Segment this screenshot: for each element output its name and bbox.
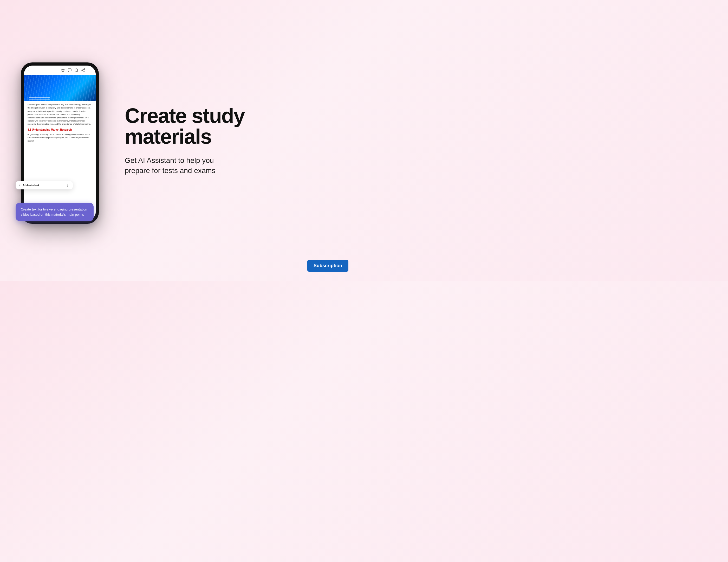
svg-point-2 (84, 68, 85, 69)
svg-line-1 (77, 71, 78, 72)
main-headline: Create study materials (125, 105, 343, 147)
subscription-label: Subscription (314, 263, 342, 268)
ai-bar-close-icon[interactable]: × (19, 183, 21, 187)
phone-device: ← ⋮ (21, 62, 99, 224)
ai-bubble-text: Create text for twelve engaging presenta… (21, 207, 88, 217)
ai-bar-more-icon[interactable]: ⋮ (66, 183, 70, 187)
comment-icon (68, 68, 72, 73)
section-heading: 8.1 Understanding Market Research (28, 128, 92, 132)
ai-assistant-label: AI Assistant (23, 184, 64, 187)
sub-headline: Get AI Assistant to help you prepare for… (125, 155, 343, 176)
svg-point-0 (75, 69, 78, 72)
svg-line-6 (83, 69, 84, 70)
topbar-icons: ⋮ (61, 68, 92, 73)
market-research-body: of gathering, analyzing, out a market, i… (28, 133, 92, 142)
ai-assistant-bubble: Create text for twelve engaging presenta… (16, 203, 94, 221)
phone-screen: ← ⋮ (24, 66, 96, 221)
back-icon[interactable]: ← (28, 69, 31, 73)
svg-point-3 (82, 70, 83, 71)
highlight-icon (61, 68, 65, 73)
right-panel: Create study materials Get AI Assistant … (104, 105, 343, 176)
phone-mockup: ← ⋮ (21, 62, 104, 224)
book-cover-image (24, 75, 96, 101)
subscription-badge[interactable]: Subscription (307, 260, 348, 271)
svg-line-5 (83, 70, 84, 71)
svg-point-4 (84, 71, 85, 72)
ai-assistant-bar[interactable]: × AI Assistant ⋮ (16, 181, 73, 189)
phone-topbar: ← ⋮ (24, 66, 96, 75)
share-icon[interactable] (81, 68, 85, 73)
phone-content: Marketing is a critical component of any… (24, 101, 96, 210)
more-icon[interactable]: ⋮ (88, 68, 92, 73)
search-icon[interactable] (74, 68, 79, 73)
marketing-body-text: Marketing is a critical component of any… (28, 103, 92, 126)
topbar-left: ← (28, 69, 31, 73)
